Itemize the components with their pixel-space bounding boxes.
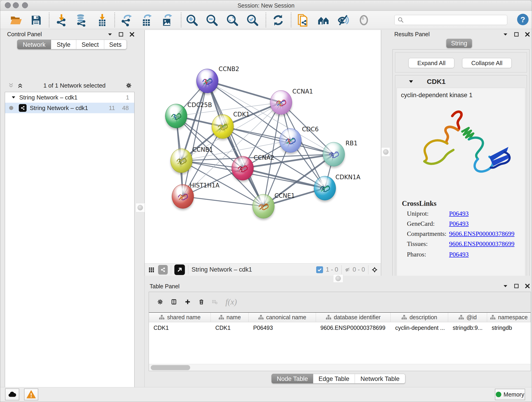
network-row-selected[interactable]: String Network – cdk1 11 48 [5,103,134,113]
cloud-button[interactable] [5,389,19,400]
network-node-ccna1[interactable] [270,90,292,115]
float-panel-icon[interactable] [502,32,508,37]
collapse-all-button[interactable]: Collapse All [462,58,512,68]
search-field[interactable] [394,15,507,25]
left-splitter-handle[interactable] [136,203,145,212]
hidden-eye-slash-icon[interactable] [345,267,351,273]
open-in-new-window-icon[interactable] [174,264,185,275]
network-node-cdkn1a[interactable] [314,176,336,200]
column-header-namespace[interactable]: namespace [487,313,531,322]
column-header-description[interactable]: description [391,313,448,322]
column-header-shared-name[interactable]: shared name [149,313,211,322]
network-canvas[interactable]: CCNB2 CCNA1 CDC25B CDK1 CDC6 RB1 CCNB1 [145,30,381,263]
string-home-button[interactable] [317,13,330,27]
column-header--id[interactable]: @id [448,313,487,322]
import-network-from-database-button[interactable] [75,13,88,27]
table-cell[interactable]: CDK1 [149,323,211,333]
expand-all-button[interactable]: Expand All [409,58,454,68]
save-session-button[interactable] [30,13,43,27]
search-input[interactable] [406,17,507,23]
network-node-ccna2[interactable] [232,156,254,180]
create-column-plus-icon[interactable] [185,299,191,305]
horizontal-splitter-handle[interactable] [333,274,343,283]
tab-edge-table[interactable]: Edge Table [313,374,355,383]
tab-string[interactable]: String [446,39,472,48]
collapse-all-networks-icon[interactable] [8,83,14,89]
birdseye-crosshair-icon[interactable] [372,267,378,273]
scrollbar-thumb[interactable] [151,365,190,370]
network-edge[interactable] [183,81,207,196]
show-columns-icon[interactable] [171,299,177,305]
export-table-button[interactable] [140,13,153,27]
network-node-ccne1[interactable] [253,194,274,218]
network-node-cdk1[interactable] [212,114,234,139]
crosslink-genecard-link[interactable]: P06493 [449,220,469,227]
left-splitter[interactable] [136,30,145,387]
delete-column-trash-icon[interactable] [198,299,204,305]
expand-all-networks-icon[interactable] [17,83,23,89]
tab-sets[interactable]: Sets [104,40,127,49]
zoom-fit-button[interactable] [226,13,239,27]
table-cell[interactable]: P06493 [249,323,316,333]
tab-node-table[interactable]: Node Table [272,374,313,383]
column-header-canonical-name[interactable]: canonical name [249,313,316,322]
export-network-button[interactable] [120,13,133,27]
table-cell[interactable]: stringdb [487,323,531,333]
close-panel-icon[interactable] [525,283,530,289]
string-view-icon[interactable] [158,265,168,274]
column-header-name[interactable]: name [211,313,249,322]
open-session-button[interactable] [9,13,23,27]
network-node-rb1[interactable] [323,142,345,166]
maximize-panel-icon[interactable] [513,283,519,289]
network-edge[interactable] [207,81,281,102]
collection-expand-caret-icon[interactable] [11,95,16,100]
tab-network-table[interactable]: Network Table [355,374,405,383]
network-collection-row[interactable]: String Network – cdk1 1 [5,92,134,103]
zoom-selected-button[interactable] [246,13,259,27]
table-row[interactable]: CDK1CDK1P064939606.ENSP00000378699cyclin… [149,323,531,333]
table-cell[interactable]: CDK1 [211,323,249,333]
tab-style[interactable]: Style [51,40,76,49]
tab-select[interactable]: Select [76,40,104,49]
network-edge[interactable] [183,196,264,206]
close-panel-icon[interactable] [525,32,530,37]
selected-checkbox-icon[interactable] [316,266,323,273]
memory-button[interactable]: Memory [495,389,525,400]
import-table-button[interactable] [95,13,109,27]
maximize-panel-icon[interactable] [118,32,124,37]
float-panel-icon[interactable] [107,32,113,37]
table-cell[interactable]: stringdb:9... [448,323,487,333]
section-collapse-caret-icon[interactable] [408,79,414,85]
disable-glass-button[interactable] [357,13,370,27]
import-network-button[interactable] [55,13,68,27]
close-panel-icon[interactable] [129,32,135,37]
function-builder-fx[interactable]: f(x) [225,297,237,307]
crosslink-compartments-link[interactable]: 9606.ENSP00000378699 [449,230,514,237]
refresh-view-button[interactable] [272,13,285,27]
table-settings-gear-icon[interactable] [157,299,163,305]
float-panel-icon[interactable] [502,283,508,289]
warning-button[interactable] [24,389,38,400]
tab-network[interactable]: Network [17,40,51,49]
delete-table-icon[interactable] [212,299,218,305]
grid-view-icon[interactable] [148,267,154,273]
table-header-row[interactable]: shared name name canonical name database… [149,312,531,322]
enable-glass-button[interactable] [336,13,350,27]
table-cell[interactable]: cyclin-dependent ... [391,323,448,333]
crosslink-tissues-link[interactable]: 9606.ENSP00000378699 [449,240,514,248]
help-button[interactable]: ? [517,14,529,25]
table-cell[interactable]: 9606.ENSP00000378699 [316,323,390,333]
horizontal-splitter[interactable] [145,276,532,283]
network-node-cdc25b[interactable] [165,104,187,128]
export-image-button[interactable] [160,13,173,27]
zoom-in-button[interactable] [185,13,199,27]
zoom-out-button[interactable] [205,13,219,27]
maximize-panel-icon[interactable] [513,32,519,37]
network-node-ccnb1[interactable] [171,148,192,173]
string-import-button[interactable] [297,13,310,27]
table-horizontal-scrollbar[interactable] [149,364,531,371]
right-splitter-handle[interactable] [381,147,390,157]
crosslink-uniprot-link[interactable]: P06493 [449,210,469,217]
network-node-ccnb2[interactable] [196,69,218,93]
network-options-gear-icon[interactable] [126,83,132,89]
